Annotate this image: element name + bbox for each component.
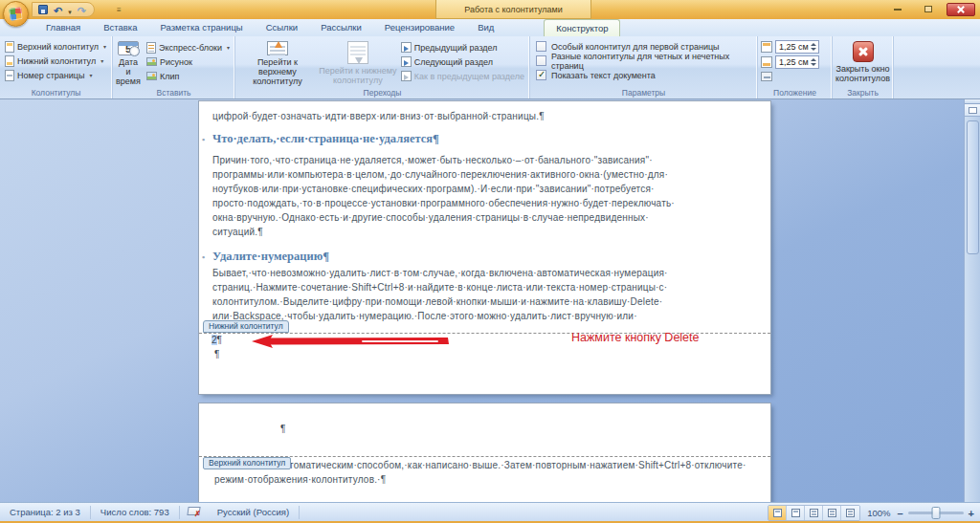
previous-section-button[interactable]: Предыдущий раздел (399, 40, 526, 54)
goto-header-icon (267, 41, 288, 55)
group-label-polozhenie: Положение (758, 88, 832, 98)
footer-button[interactable]: Нижний колонтитул (3, 54, 109, 68)
goto-header-button[interactable]: Перейти к верхнему колонтитулу (238, 39, 317, 86)
web-layout-icon (810, 509, 818, 517)
restore-button[interactable] (916, 3, 941, 15)
tab-konstruktor[interactable]: Конструктор (544, 19, 620, 36)
minimize-button[interactable] (885, 3, 910, 15)
page-1[interactable]: цифрой·будет·означать·идти·вверх·или·вни… (199, 101, 770, 394)
window-controls (885, 3, 975, 16)
tab-recenzirovanie[interactable]: Рецензирование (373, 19, 466, 36)
footer-position-spinner[interactable]: 1,25 см (775, 55, 819, 69)
group-label-perehody: Переходы (235, 88, 529, 98)
quick-parts-icon (146, 42, 156, 54)
zoom-in-button[interactable] (969, 508, 974, 519)
doc-line: просто·подождать,·то·в·процессе·установк… (212, 196, 731, 210)
print-layout-icon (773, 509, 782, 517)
view-outline-button[interactable] (823, 506, 841, 520)
view-shortcuts (768, 505, 860, 521)
ribbon: Верхний колонтитул Нижний колонтитул Ном… (0, 36, 980, 99)
office-button[interactable] (3, 1, 29, 27)
zoom-level[interactable]: 100% (867, 508, 890, 518)
restore-icon (924, 6, 932, 12)
view-fullscreen-button[interactable] (787, 506, 805, 520)
header-button[interactable]: Верхний колонтитул (3, 39, 109, 54)
tab-glavnaya[interactable]: Главная (34, 19, 92, 36)
status-language[interactable]: Русский (Россия) (208, 506, 300, 519)
header-button-label: Верхний колонтитул (17, 42, 99, 52)
heading-bullet: • (202, 250, 205, 266)
link-to-previous-icon (401, 71, 412, 81)
datetime-label: Дата и время (116, 57, 141, 86)
clip-label: Клип (160, 72, 179, 81)
footer-position-icon (761, 56, 772, 68)
footer-button-label: Нижний колонтитул (17, 56, 96, 66)
insert-alignment-tab-icon[interactable] (761, 72, 772, 81)
ruler-toggle-button[interactable] (965, 104, 980, 117)
checkbox-odd-even-label: Разные колонтитулы для четных и нечетных… (551, 52, 754, 71)
proofing-status-icon[interactable]: ✗ (188, 507, 200, 517)
view-web-layout-button[interactable] (805, 506, 823, 520)
ruler-icon (969, 107, 977, 114)
tab-rassylki[interactable]: Рассылки (309, 19, 373, 36)
header-position-spinner[interactable]: 1,25 см (775, 40, 819, 54)
zoom-slider-handle[interactable] (931, 507, 940, 519)
doc-line: страниц.·Нажмите·сочетание·Shift+Ctrl+8·… (212, 280, 731, 294)
previous-section-label: Предыдущий раздел (414, 43, 498, 53)
page-2[interactable]: ¶ томатическим·способом,·как·написано·вы… (199, 403, 770, 502)
group-zakryt: Закрыть окно колонтитулов Закрыть (833, 36, 894, 98)
zoom-slider[interactable] (908, 512, 964, 514)
zoom-out-button[interactable] (897, 508, 902, 519)
minimize-icon (894, 9, 902, 11)
ribbon-tab-row: Главная Вставка Разметка страницы Ссылки… (0, 19, 980, 36)
pilcrow-mark: ¶ (280, 424, 285, 434)
group-label-parametry: Параметры (530, 88, 757, 98)
scrollbar-thumb[interactable] (967, 120, 979, 254)
status-word-count[interactable]: Число слов: 793 (91, 506, 180, 519)
footer-position-row: 1,25 см (761, 54, 829, 70)
close-header-footer-button[interactable]: Закрыть окно колонтитулов (835, 39, 890, 83)
page-number-button[interactable]: Номер страницы (3, 68, 109, 82)
close-red-x-icon (853, 41, 874, 62)
footer-page-number[interactable]: 2¶ (212, 335, 222, 345)
goto-header-label: Перейти к верхнему колонтитулу (238, 57, 317, 86)
header-position-row: 1,25 см (761, 39, 829, 54)
group-label-zakryt: Закрыть (833, 88, 893, 98)
next-section-button[interactable]: Следующий раздел (399, 54, 526, 69)
status-bar-right: 100% (768, 505, 974, 521)
checkbox-icon-checked (536, 70, 546, 80)
annotation-text: Нажмите кнопку Delete (571, 331, 699, 344)
proofing-error-mark: ✗ (194, 510, 201, 518)
tab-vstavka[interactable]: Вставка (92, 19, 148, 36)
quick-parts-label: Экспресс-блоки (159, 43, 222, 53)
page-number-label: Номер страницы (17, 71, 84, 80)
spinner-arrows-icon[interactable] (811, 43, 818, 51)
spinner-arrows-icon[interactable] (811, 58, 818, 66)
group-label-vstavit: Вставить (113, 88, 234, 98)
status-page-indicator[interactable]: Страница: 2 из 3 (0, 506, 91, 519)
tab-razmetka[interactable]: Разметка страницы (148, 19, 254, 36)
vertical-scrollbar[interactable] (964, 99, 980, 502)
datetime-button[interactable]: 5 Дата и время (116, 39, 141, 86)
header-position-icon (761, 41, 772, 53)
view-print-layout-button[interactable] (768, 506, 787, 520)
tab-vid[interactable]: Вид (466, 19, 505, 36)
picture-button[interactable]: Рисунок (145, 54, 232, 69)
header-area-tag: Верхний колонтитул (203, 457, 291, 469)
doc-line: Бывает,·что·невозможно·удалить·лист·в·то… (212, 266, 731, 280)
goto-footer-label: Перейти к нижнему колонтитулу (319, 66, 397, 85)
footer-position-value: 1,25 см (779, 57, 809, 67)
contextual-tab-group-label: Работа с колонтитулами (435, 0, 591, 19)
clip-button[interactable]: Клип (145, 69, 232, 83)
checkbox-odd-even[interactable]: Разные колонтитулы для четных и нечетных… (533, 54, 754, 68)
pilcrow-mark: ¶ (214, 349, 219, 360)
picture-label: Рисунок (160, 57, 192, 67)
tab-ssylki[interactable]: Ссылки (255, 19, 309, 36)
title-bar: Word - Microsoft Word Работа с колонтиту… (0, 0, 980, 19)
close-button[interactable] (947, 3, 975, 16)
doc-heading-1: • Что·делать,·если·страница·не·удаляется… (212, 131, 731, 147)
doc-line: томатическим·способом,·как·написано·выше… (289, 458, 737, 472)
quick-parts-button[interactable]: Экспресс-блоки (145, 40, 232, 54)
checkbox-icon-unchecked (536, 55, 546, 66)
view-draft-button[interactable] (841, 506, 859, 520)
